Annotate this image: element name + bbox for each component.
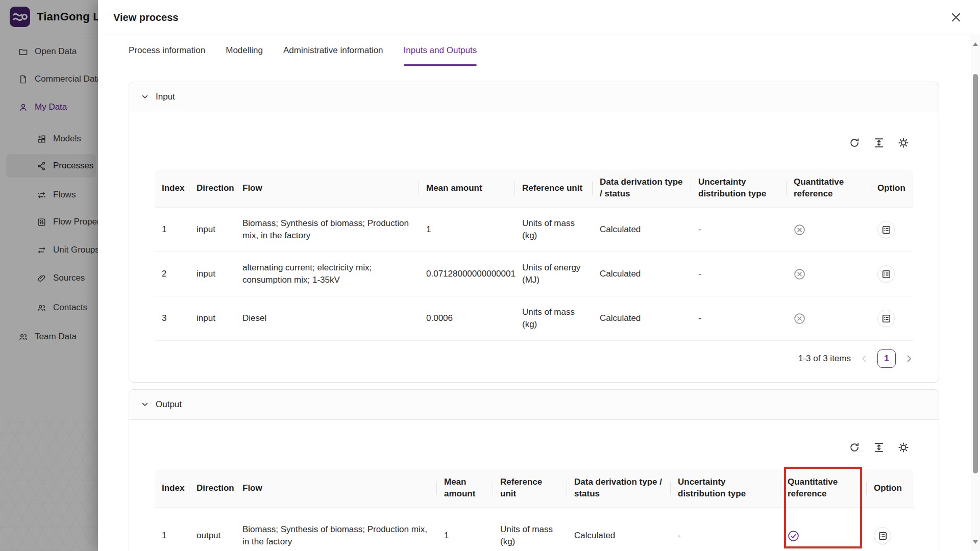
cell-uncertainty: - [671,508,780,551]
cell-direction: output [189,508,235,551]
cell-direction: input [189,296,235,341]
profile-icon [881,314,891,323]
close-icon[interactable] [950,12,962,23]
scrollbar-thumb[interactable] [973,74,978,473]
option-button[interactable] [877,310,895,327]
input-section-header[interactable]: Input [129,82,939,112]
profile-icon [881,269,891,279]
reload-icon [849,442,860,453]
cell-reference-unit: Units of energy (MJ) [515,252,593,296]
cell-index: 2 [155,252,189,296]
input-table-toolbar [155,137,913,149]
cell-direction: input [189,208,235,252]
row-height-button[interactable] [873,137,885,148]
cross-circle-icon [794,313,805,324]
column-header-index: Index [155,469,189,508]
cell-data-derivation: Calculated [593,296,691,341]
cell-uncertainty: - [691,296,787,341]
chevron-left-icon [860,355,868,363]
cell-flow: alternating current; electricity mix; co… [235,252,419,296]
column-header-direction: Direction [189,169,235,208]
view-process-drawer: View process Process information Modelli… [98,0,980,551]
column-header-reference-unit: Reference unit [493,469,567,508]
column-header-uncertainty: Uncertainty distribution type [691,169,787,208]
output-section: Output [129,389,939,551]
settings-icon [898,137,909,148]
modal-mask[interactable] [0,0,98,551]
cell-index: 3 [155,296,189,341]
app-canvas: TianGong LCA Open Data Commercial Data M… [0,0,980,551]
column-height-icon [873,137,885,148]
cell-data-derivation: Calculated [567,508,671,551]
chevron-down-icon [141,401,149,408]
pagination-summary: 1-3 of 3 items [798,354,851,364]
tab-label: Administrative information [283,45,383,56]
cell-mean-amount: 1 [419,208,515,252]
scrollbar-up-arrow[interactable] [973,42,978,46]
output-table: Index Direction Flow Mean amount Referen… [155,469,913,551]
input-section: Input [129,82,939,383]
cross-circle-icon [794,268,805,280]
option-button[interactable] [877,265,895,283]
output-table-toolbar [155,441,913,454]
cell-reference-unit: Units of mass (kg) [493,508,567,551]
column-header-direction: Direction [189,469,235,508]
output-section-header[interactable]: Output [129,390,939,420]
option-button[interactable] [874,527,891,544]
table-header-row: Index Direction Flow Mean amount Referen… [155,469,913,508]
cross-circle-icon [794,224,805,236]
tab-bar: Process information Modelling Administra… [98,35,980,66]
settings-icon [898,442,909,453]
cell-mean-amount: 1 [437,508,493,551]
cell-index: 1 [155,508,189,551]
column-header-option: Option [867,469,913,508]
cell-direction: input [189,252,235,296]
drawer-header: View process [98,0,980,35]
tab-administrative-information[interactable]: Administrative information [283,35,383,66]
refresh-button[interactable] [849,137,860,148]
settings-button[interactable] [898,442,909,453]
cell-quantitative-reference [780,508,867,551]
scrollbar-down-arrow[interactable] [973,540,978,544]
cell-option [867,508,913,551]
chevron-right-icon [905,355,913,363]
column-height-icon [873,442,885,453]
scrollbar[interactable] [971,35,980,551]
column-header-uncertainty: Uncertainty distribution type [671,469,780,508]
drawer-title: View process [113,12,178,23]
input-pagination: 1-3 of 3 items 1 [155,349,913,368]
cell-flow: Biomass; Synthesis of biomass; Productio… [235,208,419,252]
cell-quantitative-reference [787,296,870,341]
profile-icon [878,531,888,541]
cell-reference-unit: Units of mass (kg) [515,208,593,252]
tab-inputs-and-outputs[interactable]: Inputs and Outputs [404,35,477,66]
column-header-flow: Flow [235,469,437,508]
table-row: 2 input alternating current; electricity… [155,252,913,296]
tab-process-information[interactable]: Process information [129,35,205,66]
cell-option [870,252,913,296]
column-header-option: Option [870,169,913,208]
column-header-quantitative-reference: Quantitative reference [787,169,870,208]
cell-quantitative-reference [787,252,870,296]
pagination-page-1[interactable]: 1 [877,349,896,368]
output-section-body: Index Direction Flow Mean amount Referen… [129,441,939,551]
cell-quantitative-reference [787,208,870,252]
tab-label: Process information [129,45,205,56]
column-header-mean-amount: Mean amount [437,469,493,508]
row-height-button[interactable] [873,442,885,453]
pagination-prev-button[interactable] [860,355,868,363]
reload-icon [849,137,860,148]
tab-label: Modelling [226,45,263,56]
settings-button[interactable] [898,137,909,148]
cell-uncertainty: - [691,208,787,252]
cell-mean-amount: 0.07128000000000001 [419,252,515,296]
input-section-title: Input [156,92,175,102]
pagination-next-button[interactable] [905,355,913,363]
cell-index: 1 [155,208,189,252]
option-button[interactable] [877,221,895,238]
table-row: 1 input Biomass; Synthesis of biomass; P… [155,208,913,252]
check-circle-icon [788,530,799,542]
tab-modelling[interactable]: Modelling [226,35,263,66]
refresh-button[interactable] [849,442,860,453]
cell-data-derivation: Calculated [593,252,691,296]
